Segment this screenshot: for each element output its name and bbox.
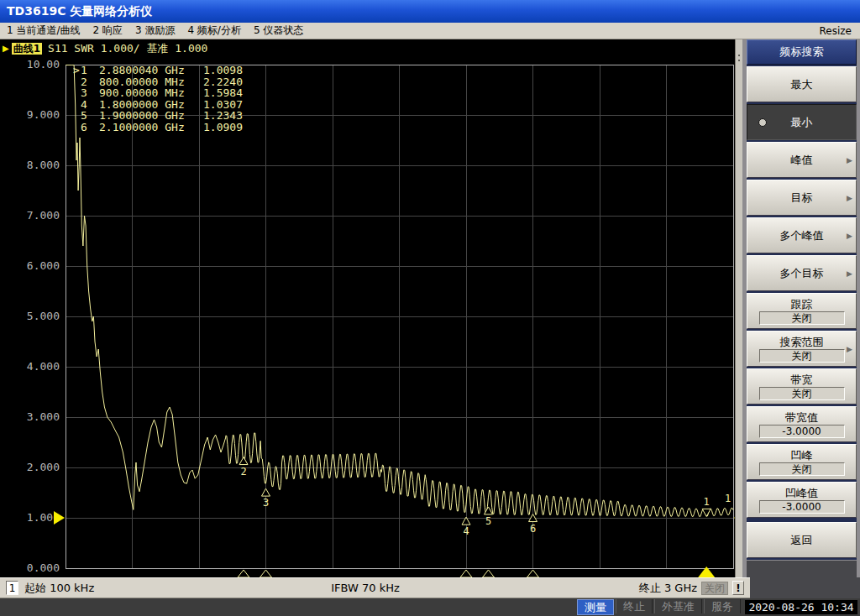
stimulus-marker-icon[interactable] — [260, 570, 272, 577]
marker-readout-row: 62.1000000 GHz1.0909 — [81, 121, 243, 133]
gutter-handle-dot — [738, 60, 740, 61]
trace-header: ▶ 曲线1 S11 SWR 1.000/ 基准 1.000 — [3, 42, 207, 55]
menu-item-4[interactable]: 4 频标/分析 — [187, 23, 241, 38]
stimulus-marker-icon[interactable] — [483, 570, 495, 577]
y-axis-tick: 8.000 — [27, 159, 60, 171]
softkey-value-field: -3.0000 — [759, 425, 845, 438]
y-axis-tick: 6.000 — [27, 259, 60, 272]
softkey-peak[interactable]: 峰值▶ — [747, 142, 857, 178]
softkey-max[interactable]: 最大 — [747, 66, 857, 102]
marker-number-label: 6 — [530, 523, 536, 535]
softkey-value-field: 关闭 — [759, 349, 845, 363]
softkey-value-field: 关闭 — [759, 387, 845, 400]
status-badge-service: 服务 — [704, 599, 741, 613]
marker-triangle-icon — [239, 457, 248, 465]
y-axis-tick: 9.000 — [27, 108, 60, 121]
softkey-label: 搜索范围 — [780, 336, 824, 348]
marker-glyph-6[interactable]: 6 — [529, 514, 538, 535]
sweep-stop-label: 终止 3 GHz — [639, 581, 697, 596]
softkey-bandwidth-value[interactable]: 带宽值-3.0000 — [747, 406, 857, 442]
trace-number-badge[interactable]: 曲线1 — [12, 43, 42, 55]
y-axis-tick: 4.000 — [27, 360, 60, 373]
vna-application-window: TD3619C 矢量网络分析仪 1 当前通道/曲线2 响应3 激励源4 频标/分… — [0, 0, 860, 616]
menu-item-1[interactable]: 1 当前通道/曲线 — [7, 23, 81, 38]
marker-value-cell: 1.0909 — [203, 121, 243, 133]
y-axis-tick: 5.000 — [27, 310, 60, 322]
window-title: TD3619C 矢量网络分析仪 — [7, 4, 152, 18]
submenu-arrow-icon: ▶ — [847, 154, 852, 166]
softkey-label: 带宽 — [791, 373, 813, 386]
ifbw-label: IFBW 70 kHz — [331, 582, 400, 594]
softkey-tracking[interactable]: 跟踪关闭 — [747, 293, 857, 329]
active-trace-arrow-icon: ▶ — [3, 44, 9, 53]
menu-item-3[interactable]: 3 激励源 — [135, 23, 175, 38]
softkey-search-range[interactable]: 搜索范围关闭▶ — [747, 331, 857, 367]
softkey-label: 多个峰值 — [780, 229, 824, 242]
sidebar-filler — [747, 561, 857, 577]
marker-number-label: 3 — [263, 497, 269, 509]
marker-frequency-cell: 2.1000000 GHz — [99, 121, 185, 133]
y-axis-tick: 3.000 — [27, 410, 60, 423]
menu-bar: 1 当前通道/曲线2 响应3 激励源4 频标/分析5 仪器状态 Resize — [0, 23, 860, 39]
grid-lines — [66, 65, 733, 568]
softkey-min[interactable]: 最小 — [747, 104, 857, 140]
softkey-label: 带宽值 — [785, 411, 818, 424]
alert-button[interactable]: ! — [732, 581, 744, 595]
softkey-notch[interactable]: 凹峰关闭 — [747, 444, 857, 480]
submenu-arrow-icon: ▶ — [847, 229, 852, 242]
sweep-right-group: 终止 3 GHz 关闭 ! — [639, 581, 744, 596]
marker-glyph-3[interactable]: 3 — [262, 488, 270, 509]
gutter-handle-dot — [738, 55, 740, 56]
softkey-notch-value[interactable]: 凹峰值-3.0000 — [747, 482, 857, 518]
softkey-label: 跟踪 — [791, 298, 813, 311]
menu-item-5[interactable]: 5 仪器状态 — [254, 23, 303, 38]
softkey-value-field: -3.0000 — [759, 500, 845, 514]
softkey-buttons: 频标搜索 最大最小峰值▶目标▶多个峰值▶多个目标▶跟踪关闭搜索范围关闭▶带宽关闭… — [747, 39, 857, 560]
marker-triangle-icon — [702, 509, 711, 516]
status-badges: 测量终止外基准服务 — [577, 599, 741, 615]
status-bar: 测量终止外基准服务 2020-08-26 10:34 — [0, 598, 860, 616]
y-axis-ticks: 10.009.0008.0007.0006.0005.0004.0003.000… — [27, 58, 60, 574]
resize-button[interactable]: Resize — [820, 25, 852, 37]
softkey-bandwidth[interactable]: 带宽关闭 — [747, 368, 857, 405]
trace-format-label: S11 SWR 1.000/ 基准 1.000 — [48, 41, 207, 56]
y-axis-tick: 2.000 — [27, 461, 60, 473]
softkey-label: 凹峰值 — [785, 487, 818, 499]
stimulus-marker-icon[interactable] — [527, 570, 539, 577]
marker-glyph-2[interactable]: 2 — [239, 457, 248, 478]
softkey-value-field: 关闭 — [759, 311, 845, 325]
sweep-start-label: 起始 100 kHz — [24, 581, 94, 596]
softkey-label: 峰值 — [791, 154, 813, 166]
off-status-badge: 关闭 — [701, 582, 728, 595]
y-axis-tick: 7.000 — [27, 209, 60, 222]
marker-number-label: 1 — [704, 496, 710, 508]
softkey-label: 返回 — [791, 534, 813, 546]
menu-item-2[interactable]: 2 响应 — [93, 23, 123, 38]
plot-holder: 10.009.0008.0007.0006.0005.0004.0003.000… — [0, 39, 742, 577]
softkey-multi-target[interactable]: 多个目标▶ — [747, 255, 857, 291]
softkey-multi-peak[interactable]: 多个峰值▶ — [747, 217, 857, 253]
title-bar: TD3619C 矢量网络分析仪 — [0, 0, 860, 23]
menu-items: 1 当前通道/曲线2 响应3 激励源4 频标/分析5 仪器状态 — [7, 23, 316, 38]
selected-radio-dot-icon — [758, 118, 767, 127]
stimulus-marker-icon[interactable] — [460, 570, 472, 577]
marker-glyph-1[interactable]: 1 — [702, 496, 711, 516]
bottom-right-filler — [750, 577, 860, 598]
status-badge-measure: 测量 — [577, 599, 614, 615]
channel-number-box[interactable]: 1 — [6, 581, 18, 595]
display-sidebar-gutter[interactable] — [735, 39, 742, 577]
softkey-target[interactable]: 目标▶ — [747, 180, 857, 216]
softkey-return[interactable]: 返回 — [747, 522, 857, 558]
y-axis-tick: 0.000 — [27, 561, 60, 574]
marker-readout-table: >12.8800040 GHz1.00982800.00000 MHz2.224… — [73, 64, 243, 133]
softkey-label: 目标 — [791, 191, 813, 204]
softkey-menu-title: 频标搜索 — [747, 39, 857, 65]
marker-triangle-icon — [262, 488, 270, 496]
marker-number-label: 5 — [485, 515, 491, 527]
marker-glyph-4[interactable]: 4 — [462, 517, 470, 537]
datetime-display: 2020-08-26 10:34 — [745, 600, 857, 614]
submenu-arrow-icon: ▶ — [847, 342, 852, 355]
stimulus-marker-icon[interactable] — [238, 570, 249, 577]
status-badge-abort: 终止 — [616, 599, 653, 613]
y-axis-tick: 10.00 — [27, 58, 60, 70]
